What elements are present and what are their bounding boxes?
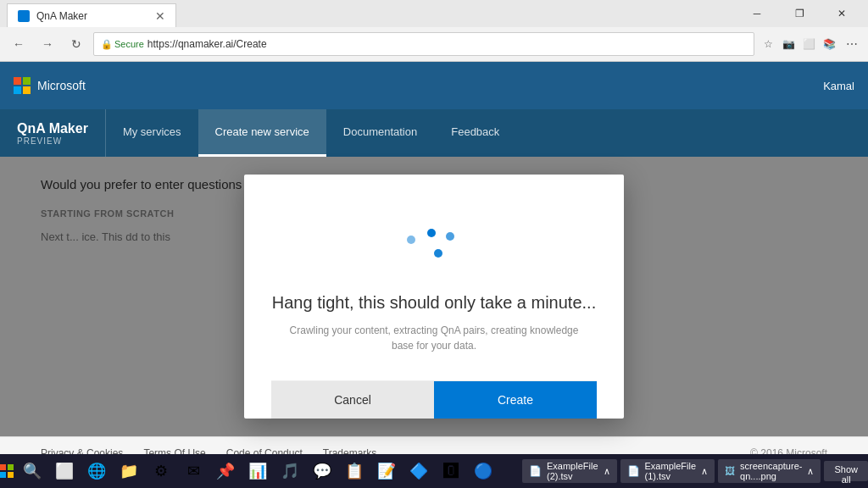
refresh-button[interactable]: ↻ [64, 32, 88, 56]
camera-icon[interactable]: 📷 [780, 36, 797, 53]
spinner-dot-2 [427, 229, 436, 237]
app-icon-2[interactable]: 📊 [242, 456, 273, 486]
app-icon-4[interactable]: 💬 [307, 456, 337, 486]
forward-button[interactable]: → [36, 32, 59, 56]
minimize-button[interactable]: ─ [737, 0, 776, 27]
app-icon-3[interactable]: 🎵 [275, 456, 305, 486]
taskbar-files: 📄 ExampleFile (2).tsv ∧ 📄 ExampleFile (1… [515, 459, 868, 483]
app-brand-name: QnA Maker [17, 121, 88, 136]
file-icon-3: 🖼 [725, 465, 735, 477]
extensions-icon[interactable]: ⬜ [800, 36, 817, 53]
ms-logo-blue [14, 86, 21, 94]
app-icon-9[interactable]: 🔵 [468, 456, 498, 486]
file-chip-2[interactable]: 📄 ExampleFile (1).tsv ∧ [620, 459, 715, 483]
file-name-1: ExampleFile (2).tsv [547, 461, 598, 481]
taskbar: 🔍 ⬜ 🌐 📁 ⚙ ✉ 📌 📊 🎵 💬 📋 📝 🔷 🅾 🔵 📄 ExampleF… [0, 454, 868, 488]
cancel-button[interactable]: Cancel [271, 381, 434, 419]
start-button[interactable] [0, 454, 14, 488]
nav-item-documentation[interactable]: Documentation [326, 109, 434, 157]
nav-item-my-services[interactable]: My services [106, 109, 198, 157]
file-icon-2: 📄 [627, 465, 640, 477]
app-icon-5[interactable]: 📋 [339, 456, 370, 486]
hub-icon[interactable]: 📚 [821, 36, 837, 53]
browser-menu-button[interactable]: ⋯ [843, 34, 861, 54]
file-icon-1: 📄 [529, 465, 542, 477]
file-chip-3[interactable]: 🖼 screencapture-qn....png ∧ [718, 459, 821, 483]
app-icon-7[interactable]: 🔷 [403, 456, 434, 486]
page: Microsoft Kamal QnA Maker PREVIEW My ser… [0, 62, 868, 488]
address-url: https://qnamaker.ai/Create [147, 38, 267, 50]
taskbar-icons: 🔍 ⬜ 🌐 📁 ⚙ ✉ 📌 📊 🎵 💬 📋 📝 🔷 🅾 🔵 [14, 456, 502, 486]
app-brand-sub: PREVIEW [17, 136, 88, 146]
modal-subtitle: Crawling your content, extracting QnA pa… [271, 323, 597, 353]
task-view-icon[interactable]: ⬜ [49, 456, 80, 486]
restore-button[interactable]: ❐ [780, 0, 819, 27]
top-nav-bar: Microsoft Kamal [0, 62, 868, 109]
app-icon-6[interactable]: 📝 [371, 456, 402, 486]
ms-logo-yellow [23, 86, 31, 94]
file-explorer-icon[interactable]: 📁 [114, 456, 144, 486]
app-nav: QnA Maker PREVIEW My services Create new… [0, 109, 868, 157]
edge-icon[interactable]: 🌐 [81, 456, 112, 486]
brand-name: Microsoft [37, 79, 86, 92]
browser-chrome: QnA Maker ✕ ─ ❐ ✕ ← → ↻ 🔒 Secure https:/… [0, 0, 868, 62]
windows-logo [0, 464, 14, 478]
microsoft-logo [14, 77, 31, 94]
loading-modal: Hang tight, this should only take a minu… [244, 175, 624, 419]
app-brand: QnA Maker PREVIEW [0, 109, 106, 157]
user-area[interactable]: Kamal [810, 62, 868, 109]
star-icon[interactable]: ☆ [760, 36, 776, 53]
secure-badge: 🔒 Secure [101, 39, 144, 50]
modal-overlay: Hang tight, this should only take a minu… [0, 157, 868, 436]
app-icon-8[interactable]: 🅾 [436, 456, 466, 486]
mail-icon[interactable]: ✉ [178, 456, 209, 486]
address-icons: ☆ 📷 ⬜ 📚 [760, 36, 837, 53]
address-bar-row: ← → ↻ 🔒 Secure https://qnamaker.ai/Creat… [0, 27, 868, 61]
nav-item-create-new-service[interactable]: Create new service [198, 109, 326, 157]
ms-logo-green [23, 77, 31, 85]
user-name: Kamal [823, 80, 854, 92]
ms-logo-red [14, 77, 21, 85]
microsoft-brand: Microsoft [0, 62, 99, 109]
window-controls: ─ ❐ ✕ [737, 0, 861, 27]
spinner-dot-4 [434, 249, 442, 258]
spinner-dot-1 [407, 236, 415, 244]
nav-item-feedback[interactable]: Feedback [434, 109, 516, 157]
modal-buttons: Cancel Create [271, 380, 597, 419]
tab-favicon [18, 10, 30, 22]
search-taskbar-icon[interactable]: 🔍 [17, 456, 47, 486]
tab-area: QnA Maker ✕ [7, 0, 176, 27]
file-name-3: screencapture-qn....png [740, 461, 802, 481]
loading-spinner [400, 215, 468, 266]
tab-close-button[interactable]: ✕ [155, 9, 165, 23]
title-bar: QnA Maker ✕ ─ ❐ ✕ [0, 0, 868, 27]
chip-expand-3: ∧ [807, 466, 814, 477]
file-name-2: ExampleFile (1).tsv [645, 461, 697, 481]
address-bar[interactable]: 🔒 Secure https://qnamaker.ai/Create [93, 32, 754, 56]
tab-title: QnA Maker [36, 10, 87, 22]
file-chip-1[interactable]: 📄 ExampleFile (2).tsv ∧ [522, 459, 617, 483]
modal-title: Hang tight, this should only take a minu… [272, 293, 596, 313]
close-button[interactable]: ✕ [822, 0, 861, 27]
browser-tab[interactable]: QnA Maker ✕ [7, 3, 176, 27]
chip-expand-1: ∧ [604, 466, 610, 477]
chrome-icon[interactable]: ⚙ [146, 456, 176, 486]
main-content: Would you prefer to enter questions and … [0, 157, 868, 436]
app-icon-1[interactable]: 📌 [210, 456, 241, 486]
show-all-button[interactable]: Show all [824, 461, 868, 481]
create-button[interactable]: Create [434, 381, 597, 419]
back-button[interactable]: ← [7, 32, 31, 56]
spinner-dot-3 [446, 232, 454, 241]
nav-items: My services Create new service Documenta… [106, 109, 516, 157]
chip-expand-2: ∧ [701, 466, 708, 477]
